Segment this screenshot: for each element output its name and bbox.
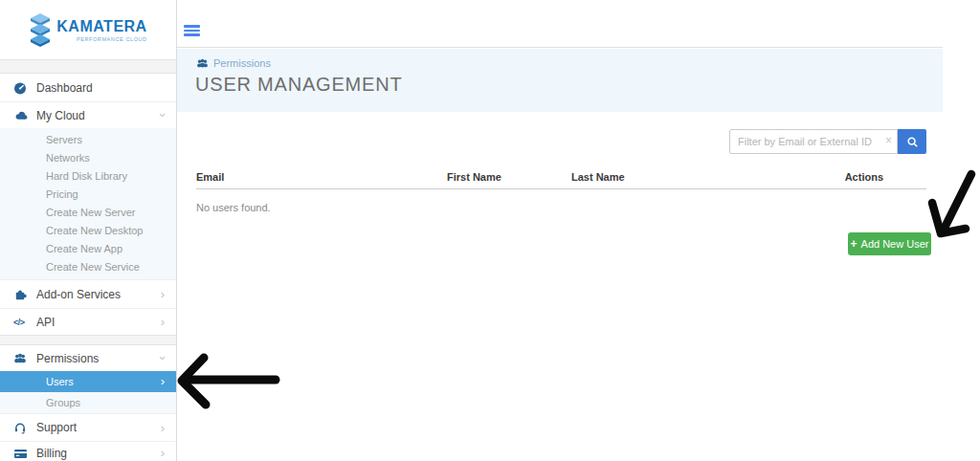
sidebar-item-label: Permissions xyxy=(36,352,161,365)
chevron-right-icon: › xyxy=(161,288,165,300)
sidebar-divider-strip xyxy=(0,59,176,74)
app-root: KAMATERA PERFORMANCE CLOUD Dashboard My … xyxy=(0,0,980,461)
breadcrumb-label: Permissions xyxy=(213,57,271,69)
dashboard-icon xyxy=(13,81,36,95)
filter-input[interactable] xyxy=(729,129,898,154)
plus-icon: + xyxy=(851,237,858,251)
sidebar-item-networks[interactable]: Networks xyxy=(0,149,176,167)
filter-group: × xyxy=(729,129,926,154)
logo[interactable]: KAMATERA PERFORMANCE CLOUD xyxy=(0,0,176,59)
empty-table-message: No users found. xyxy=(196,202,271,213)
my-cloud-submenu: Servers Networks Hard Disk Library Prici… xyxy=(0,128,176,279)
puzzle-icon xyxy=(13,288,36,301)
menu-icon[interactable] xyxy=(184,25,200,36)
users-group-icon xyxy=(13,352,36,364)
sidebar-item-pricing[interactable]: Pricing xyxy=(0,186,176,204)
permissions-submenu: Users › Groups xyxy=(0,371,176,413)
arrow-to-users xyxy=(182,358,276,405)
sidebar-item-permissions[interactable]: Permissions › xyxy=(0,345,176,371)
kamatera-logo-icon xyxy=(29,12,52,47)
users-table-header: Email First Name Last Name Actions xyxy=(196,171,926,189)
sidebar-item-dashboard[interactable]: Dashboard xyxy=(0,74,176,101)
breadcrumb[interactable]: Permissions xyxy=(196,57,271,69)
cloud-icon xyxy=(13,110,36,121)
chevron-right-icon: › xyxy=(161,422,165,434)
chevron-right-icon: › xyxy=(161,447,165,459)
code-icon: </> xyxy=(13,318,25,327)
page-heading-panel: Permissions USER MANAGEMENT xyxy=(177,49,943,112)
chevron-right-icon: › xyxy=(161,316,165,328)
logo-brand: KAMATERA xyxy=(56,18,146,35)
arrow-to-add-new-user xyxy=(932,174,971,233)
sidebar-item-label: Add-on Services xyxy=(36,288,161,301)
logo-text: KAMATERA PERFORMANCE CLOUD xyxy=(56,18,146,42)
sidebar-item-servers[interactable]: Servers xyxy=(0,131,176,149)
column-header-last-name[interactable]: Last Name xyxy=(571,171,625,183)
sidebar-item-label: My Cloud xyxy=(36,109,161,122)
sidebar-item-label: Users xyxy=(46,376,74,387)
credit-card-icon xyxy=(13,448,36,459)
search-button[interactable] xyxy=(898,129,926,154)
sidebar-item-label: Billing xyxy=(36,447,161,460)
sidebar-item-users[interactable]: Users › xyxy=(0,371,176,392)
column-header-first-name[interactable]: First Name xyxy=(447,171,501,183)
chevron-down-icon: › xyxy=(156,113,168,117)
sidebar-item-groups[interactable]: Groups xyxy=(0,392,176,413)
sidebar-item-addon-services[interactable]: Add-on Services › xyxy=(0,279,176,308)
sidebar-item-create-new-service[interactable]: Create New Service xyxy=(0,258,176,276)
column-header-actions: Actions xyxy=(845,171,883,183)
users-group-icon xyxy=(196,57,209,69)
search-icon xyxy=(906,136,919,148)
column-header-email[interactable]: Email xyxy=(196,171,224,183)
add-new-user-button[interactable]: + Add New User xyxy=(848,232,931,255)
sidebar: KAMATERA PERFORMANCE CLOUD Dashboard My … xyxy=(0,0,177,461)
sidebar-item-create-new-app[interactable]: Create New App xyxy=(0,240,176,258)
clear-icon[interactable]: × xyxy=(885,134,892,147)
sidebar-item-label: API xyxy=(36,316,161,329)
topbar xyxy=(177,0,943,48)
logo-tagline: PERFORMANCE CLOUD xyxy=(77,36,147,42)
add-new-user-label: Add New User xyxy=(861,238,929,250)
sidebar-item-hard-disk-library[interactable]: Hard Disk Library xyxy=(0,167,176,186)
chevron-down-icon: › xyxy=(156,356,168,360)
chevron-right-icon: › xyxy=(161,375,165,387)
sidebar-item-create-new-desktop[interactable]: Create New Desktop xyxy=(0,222,176,240)
sidebar-nav: Dashboard My Cloud › Servers Networks Ha… xyxy=(0,74,176,461)
sidebar-item-billing[interactable]: Billing › xyxy=(0,441,176,461)
headset-icon xyxy=(13,421,36,434)
sidebar-item-my-cloud[interactable]: My Cloud › xyxy=(0,101,176,128)
sidebar-divider-strip xyxy=(0,335,176,345)
sidebar-item-label: Support xyxy=(36,421,161,434)
page-title: USER MANAGEMENT xyxy=(195,74,402,96)
sidebar-item-label: Dashboard xyxy=(36,81,165,95)
sidebar-item-create-new-server[interactable]: Create New Server xyxy=(0,204,176,222)
sidebar-item-support[interactable]: Support › xyxy=(0,413,176,441)
sidebar-item-api[interactable]: </> API › xyxy=(0,308,176,335)
